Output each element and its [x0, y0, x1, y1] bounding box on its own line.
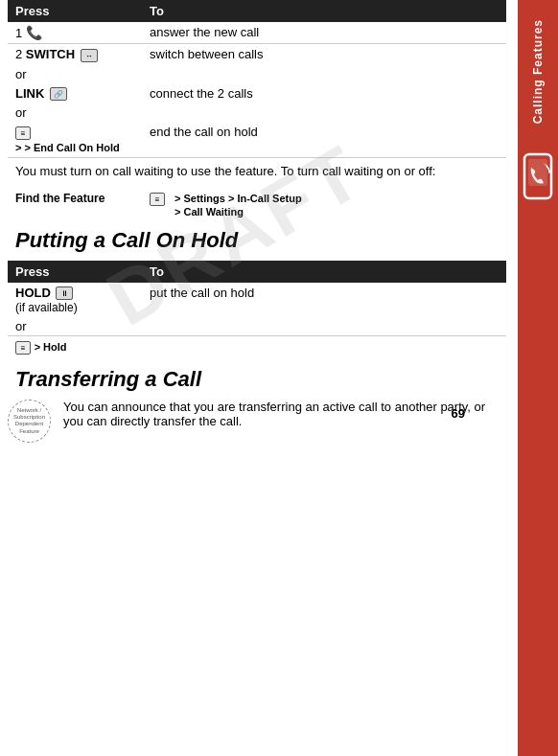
menu-key-icon-hold: ≡: [15, 341, 31, 355]
table-row: LINK 🔗 connect the 2 calls: [8, 83, 506, 104]
main-content: Press To 1 📞 answer the new call 2 SWITC…: [0, 0, 518, 428]
hold-icon: ⏸: [56, 286, 73, 300]
table-row: or: [8, 103, 506, 122]
hold-keyword: HOLD: [15, 286, 51, 300]
network-badge-text: Network /SubscriptionDependentFeature: [13, 407, 45, 435]
switch-icon: ↔: [81, 49, 98, 62]
sidebar-label: Calling Features: [531, 19, 545, 124]
row1-num: 1: [15, 26, 26, 40]
menu-path-settings: > Settings > In-Call Setup: [174, 193, 302, 204]
find-feature-path: > Settings > In-Call Setup > Call Waitin…: [174, 192, 302, 218]
note-row: You must turn on call waiting to use the…: [8, 157, 506, 184]
to-cell-hold: put the call on hold: [142, 283, 506, 318]
table-row: or: [8, 317, 506, 336]
note-text: You must turn on call waiting to use the…: [8, 157, 506, 184]
link-keyword: LINK: [15, 86, 44, 101]
or-text-2: or: [8, 103, 142, 122]
press-cell-1: 1 📞: [8, 22, 142, 44]
network-badge: Network /SubscriptionDependentFeature: [8, 400, 51, 443]
table2-header-row: Press To: [8, 261, 506, 283]
press-cell-2: 2 SWITCH ↔: [8, 44, 142, 65]
table-row: 2 SWITCH ↔ switch between calls: [8, 44, 506, 65]
end-call-label: > > End Call On Hold: [15, 142, 120, 153]
sidebar-phone-icon: [521, 152, 555, 200]
or-spacer-1: [142, 65, 506, 83]
to-cell-link: connect the 2 calls: [142, 83, 506, 104]
table1-header-row: Press To: [8, 0, 506, 22]
or-text-hold: or: [8, 317, 142, 336]
to-cell-hold-menu: [142, 336, 506, 357]
switch-keyword: SWITCH: [26, 47, 75, 61]
press-cell-end: ≡ > > End Call On Hold: [8, 122, 142, 157]
press-cell-hold-menu: ≡ > Hold: [8, 336, 142, 357]
section-title-transfer: Transferring a Call: [15, 367, 506, 392]
table-row: or: [8, 65, 506, 83]
table2-header-to: To: [142, 261, 506, 283]
table-row: 1 📞 answer the new call: [8, 22, 506, 44]
table-row: ≡ > Hold: [8, 336, 506, 357]
find-feature-label: Find the Feature: [15, 192, 140, 205]
find-feature-row: Find the Feature ≡ > Settings > In-Call …: [15, 192, 499, 218]
to-cell-end: end the call on hold: [142, 122, 506, 157]
table-row: HOLD ⏸ (if available) put the call on ho…: [8, 283, 506, 318]
call-waiting-table: Press To 1 📞 answer the new call 2 SWITC…: [8, 0, 506, 184]
to-cell-2: switch between calls: [142, 44, 506, 65]
menu-path-callwaiting: > Call Waiting: [174, 206, 244, 218]
table-row: ≡ > > End Call On Hold end the call on h…: [8, 122, 506, 157]
or-text-1: or: [8, 65, 142, 83]
transferring-description: You can announce that you are transferri…: [63, 400, 506, 428]
link-icon: 🔗: [50, 87, 67, 101]
table1-header-to: To: [142, 0, 506, 22]
page-number: 69: [452, 406, 465, 421]
hold-menu-label: > Hold: [35, 341, 67, 353]
row2-num: 2: [15, 47, 26, 61]
menu-key-icon-end: ≡: [15, 126, 31, 140]
press-cell-hold: HOLD ⏸ (if available): [8, 283, 142, 318]
or-spacer-2: [142, 103, 506, 122]
table2-header-press: Press: [8, 261, 142, 283]
phone-answer-icon: 📞: [26, 25, 42, 40]
find-feature-menu-icon: ≡: [150, 193, 165, 206]
to-cell-1: answer the new call: [142, 22, 506, 44]
table1-header-press: Press: [8, 0, 142, 22]
hold-table: Press To HOLD ⏸ (if available) put the c…: [8, 261, 506, 357]
section-title-hold: Putting a Call On Hold: [15, 228, 506, 253]
hold-note: (if available): [15, 301, 78, 314]
or-spacer-hold: [142, 317, 506, 336]
sidebar: Calling Features: [518, 0, 558, 756]
press-cell-link: LINK 🔗: [8, 83, 142, 104]
transferring-section: Network /SubscriptionDependentFeature Yo…: [15, 400, 506, 428]
